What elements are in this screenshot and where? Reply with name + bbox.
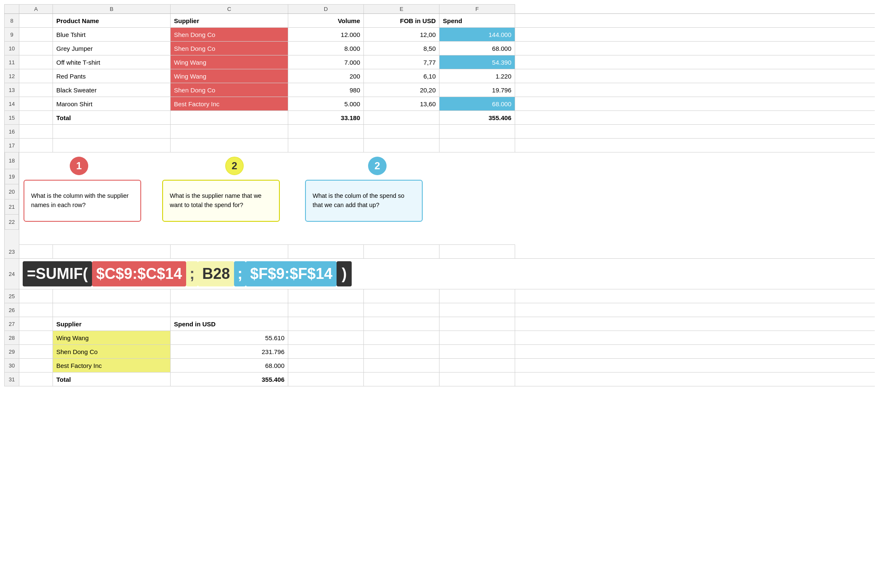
table-row: 25 [4, 289, 875, 303]
cell-d23 [288, 245, 364, 258]
cell-c13-supplier: Shen Dong Co [171, 83, 288, 97]
cell-a9 [19, 28, 53, 41]
table-row: 15 Total 33.180 355.406 [4, 111, 875, 125]
formula-range2: $F$9:$F$14 [246, 261, 337, 286]
cell-f14-spend: 68.000 [440, 97, 515, 110]
row-number: 10 [4, 42, 19, 55]
cell-c28-spend: 55.610 [171, 331, 288, 344]
cell-f25 [440, 289, 515, 303]
cell-f30 [440, 359, 515, 372]
cell-a30 [19, 359, 53, 372]
cell-b9-product: Blue Tshirt [53, 28, 171, 41]
cell-e9-fob: 12,00 [364, 28, 440, 41]
cell-e30 [364, 359, 440, 372]
cell-a11 [19, 55, 53, 69]
row-number: 22 [5, 215, 19, 230]
cell-e28 [364, 331, 440, 344]
table-row: 12 Red Pants Wing Wang 200 6,10 1.220 [4, 69, 875, 83]
cell-b27-supplier-header: Supplier [53, 317, 171, 331]
cell-a16 [19, 125, 53, 138]
cell-e12-fob: 6,10 [364, 69, 440, 83]
table-row: 8 Product Name Supplier Volume FOB in US… [4, 14, 875, 28]
cell-d12-volume: 200 [288, 69, 364, 83]
cell-e17 [364, 139, 440, 152]
cell-d11-volume: 7.000 [288, 55, 364, 69]
formula-row: 24 =SUMIF( $C$9:$C$14 ; B28 ; $F$9:$F$14… [4, 259, 875, 289]
callout-text-1: What is the column with the supplier nam… [31, 192, 134, 210]
cell-d29 [288, 345, 364, 358]
row-number: 26 [4, 303, 19, 317]
cell-c16 [171, 125, 288, 138]
cell-f8: Spend [440, 14, 515, 27]
row-number: 27 [4, 317, 19, 331]
cell-c31-total-spend: 355.406 [171, 373, 288, 386]
cell-f28 [440, 331, 515, 344]
cell-f9-spend: 144.000 [440, 28, 515, 41]
cell-f15-total-spend: 355.406 [440, 111, 515, 124]
cell-d30 [288, 359, 364, 372]
cell-b12-product: Red Pants [53, 69, 171, 83]
cell-b23 [53, 245, 171, 258]
cell-e26 [364, 303, 440, 317]
cell-a12 [19, 69, 53, 83]
cell-a29 [19, 345, 53, 358]
table-row: 11 Off white T-shirt Wing Wang 7.000 7,7… [4, 55, 875, 69]
row-number: 20 [5, 184, 19, 200]
cell-d25 [288, 289, 364, 303]
cell-c26 [171, 303, 288, 317]
table-row: 23 [4, 245, 875, 259]
table-row: 17 [4, 139, 875, 152]
cell-b29-supplier: Shen Dong Co [53, 345, 171, 358]
badge-2-yellow: 2 [225, 157, 244, 175]
formula-b28: B28 [198, 261, 234, 286]
spreadsheet: A B C D E F 8 Product Name Supplier Volu… [0, 0, 879, 391]
callout-box-1: What is the column with the supplier nam… [24, 180, 141, 222]
cell-b16 [53, 125, 171, 138]
row-number: 15 [4, 111, 19, 124]
cell-a28 [19, 331, 53, 344]
cell-b13-product: Black Sweater [53, 83, 171, 97]
cell-f11-spend: 54.390 [440, 55, 515, 69]
cell-e8: FOB in USD [364, 14, 440, 27]
cell-c8: Supplier [171, 14, 288, 27]
cell-c29-spend: 231.796 [171, 345, 288, 358]
table-row: 29 Shen Dong Co 231.796 [4, 345, 875, 359]
cell-f31 [440, 373, 515, 386]
row-number: 29 [4, 345, 19, 358]
cell-d10-volume: 8.000 [288, 42, 364, 55]
cell-a31 [19, 373, 53, 386]
cell-d9-volume: 12.000 [288, 28, 364, 41]
formula-display: =SUMIF( $C$9:$C$14 ; B28 ; $F$9:$F$14 ) [19, 259, 515, 289]
cell-a8 [19, 14, 53, 27]
cell-f26 [440, 303, 515, 317]
row-number: 9 [4, 28, 19, 41]
cell-c27-spend-header: Spend in USD [171, 317, 288, 331]
table-row: 9 Blue Tshirt Shen Dong Co 12.000 12,00 … [4, 28, 875, 42]
cell-e14-fob: 13,60 [364, 97, 440, 110]
row-number: 18 [5, 152, 19, 169]
row-number: 8 [4, 14, 19, 27]
cell-b26 [53, 303, 171, 317]
cell-d17 [288, 139, 364, 152]
cell-f23 [440, 245, 515, 258]
col-header-row-num [4, 4, 19, 13]
cell-c15 [171, 111, 288, 124]
cell-a27 [19, 317, 53, 331]
cell-f12-spend: 1.220 [440, 69, 515, 83]
cell-e16 [364, 125, 440, 138]
cell-a15 [19, 111, 53, 124]
table-row: 28 Wing Wang 55.610 [4, 331, 875, 345]
cell-c14-supplier: Best Factory Inc [171, 97, 288, 110]
cell-e31 [364, 373, 440, 386]
table-row: 27 Supplier Spend in USD [4, 317, 875, 331]
cell-a23 [19, 245, 53, 258]
table-row: 26 [4, 303, 875, 317]
cell-e13-fob: 20,20 [364, 83, 440, 97]
cell-b31-total: Total [53, 373, 171, 386]
cell-b17 [53, 139, 171, 152]
cell-c10-supplier: Shen Dong Co [171, 42, 288, 55]
col-header-e: E [364, 4, 440, 13]
cell-b8: Product Name [53, 14, 171, 27]
col-header-f: F [440, 4, 515, 13]
cell-b11-product: Off white T-shirt [53, 55, 171, 69]
